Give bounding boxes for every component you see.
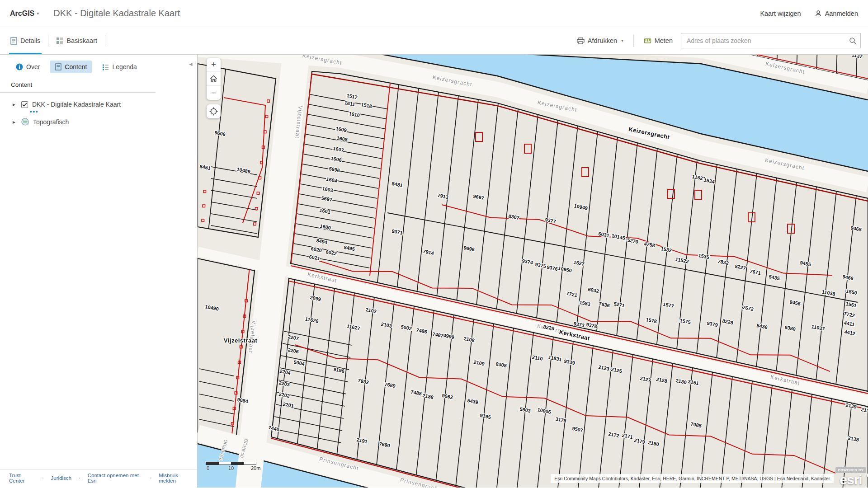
print-label: Afdrukken [588, 37, 617, 44]
signin-link[interactable]: Aanmelden [815, 10, 858, 17]
search-box [681, 33, 861, 48]
layer-checkbox[interactable] [21, 101, 28, 108]
content-section-title: Content [0, 78, 197, 92]
expand-caret-icon[interactable]: ▸ [13, 101, 17, 108]
info-icon [16, 63, 23, 70]
sidebar-footer: Trust CenterJuridischContact opnemen met… [0, 469, 197, 488]
layer-label: Topografisch [33, 118, 69, 126]
basemap-icon [56, 37, 63, 44]
search-icon[interactable] [849, 37, 857, 45]
toolbar: Details Basiskaart Afdrukken ▾ Meten [0, 27, 868, 55]
sidebar-tab-over[interactable]: Over [11, 61, 45, 73]
content-icon [55, 63, 61, 70]
arcgis-logo[interactable]: ArcGIS [10, 9, 34, 18]
globe-icon [21, 118, 29, 126]
layer-item-topografisch[interactable]: ▸ Topografisch [0, 116, 197, 127]
dot-separator [150, 478, 151, 479]
footer-link[interactable]: Trust Center [9, 473, 35, 483]
map-attribution: Esri Community Maps Contributors, Kadast… [551, 474, 834, 483]
sidebar: ◄ Over Content Legenda Content ▸ DKK - D… [0, 55, 198, 488]
tab-details[interactable]: Details [5, 27, 46, 54]
map-canvas[interactable]: KeizersgrachtKeizersgrachtKeizersgrachtK… [198, 55, 868, 488]
expand-caret-icon[interactable]: ▸ [13, 119, 17, 125]
app-header: ArcGIS ▾ DKK - Digitale Kadastrale Kaart… [0, 0, 868, 27]
page-title: DKK - Digitale Kadastrale Kaart [53, 8, 180, 19]
zoom-out-button[interactable]: − [207, 86, 221, 100]
tab-basemap[interactable]: Basiskaart [50, 27, 103, 54]
dot-separator [42, 478, 43, 479]
measure-label: Meten [655, 37, 673, 44]
edit-map-link[interactable]: Kaart wijzigen [760, 10, 801, 17]
scale-label: 0 [207, 465, 209, 471]
print-button[interactable]: Afdrukken ▾ [574, 37, 626, 44]
sidebar-tab-legend[interactable]: Legenda [97, 61, 142, 73]
locate-icon [209, 107, 218, 116]
esri-logo: POWERED BY esri [835, 465, 867, 487]
cadastral-map[interactable]: KeizersgrachtKeizersgrachtKeizersgrachtK… [198, 55, 868, 488]
chevron-down-icon: ▾ [621, 38, 623, 43]
scale-bar: 0 10 20m [206, 462, 264, 471]
signin-label: Aanmelden [825, 10, 858, 17]
tab-basemap-label: Basiskaart [66, 37, 97, 44]
legend-icon [102, 64, 109, 70]
details-icon [10, 37, 17, 45]
sidebar-tab-legend-label: Legenda [112, 63, 137, 70]
printer-icon [577, 38, 585, 44]
divider [633, 35, 634, 47]
dot-separator [79, 478, 80, 479]
tab-details-label: Details [20, 37, 40, 44]
chevron-down-icon[interactable]: ▾ [37, 11, 39, 16]
footer-link[interactable]: Juridisch [51, 475, 71, 481]
check-icon [22, 103, 27, 107]
search-input[interactable] [687, 37, 849, 44]
person-icon [815, 10, 822, 17]
esri-brand: esri [835, 473, 867, 487]
layer-more-button[interactable]: ••• [0, 110, 197, 116]
divider [48, 35, 48, 47]
home-button[interactable] [207, 72, 221, 86]
street-label: Vijzelstraat [224, 337, 258, 344]
footer-link[interactable]: Misbruik melden [159, 473, 193, 483]
layer-label: DKK - Digitale Kadastrale Kaart [32, 101, 121, 108]
zoom-in-button[interactable]: + [207, 58, 221, 72]
divider [105, 35, 105, 47]
scale-label: 20m [251, 465, 260, 471]
locate-button[interactable] [207, 104, 221, 118]
home-icon [210, 75, 217, 82]
measure-button[interactable]: Meten [641, 37, 675, 44]
footer-link[interactable]: Contact opnemen met Esri [88, 473, 143, 483]
scale-label: 10 [228, 465, 234, 471]
sidebar-tab-content-label: Content [65, 63, 87, 70]
sidebar-tab-over-label: Over [26, 63, 40, 70]
sidebar-collapse-icon[interactable]: ◄ [188, 61, 193, 67]
ruler-icon [644, 38, 651, 44]
sidebar-tab-content[interactable]: Content [50, 61, 92, 73]
zoom-controls: + − [207, 58, 221, 100]
divider [0, 92, 156, 93]
